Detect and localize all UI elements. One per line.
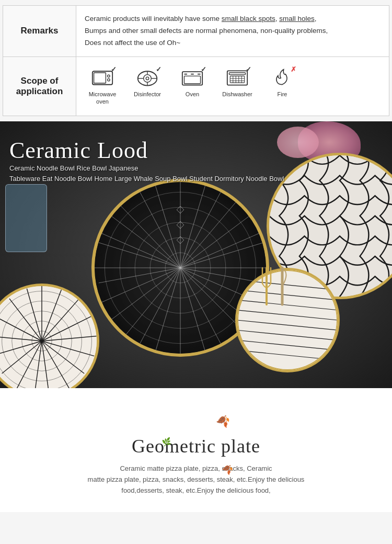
fire-label: Fire: [278, 90, 287, 98]
microwave-label: Microwaveoven: [89, 90, 117, 106]
remarks-line1: Ceramic products will inevitably have so…: [85, 15, 316, 22]
remarks-text: Ceramic products will inevitably have so…: [85, 13, 381, 49]
dishwasher-check: ✓: [246, 65, 251, 73]
svg-point-2: [108, 75, 110, 77]
microwave-icon-wrapper: ✓: [90, 67, 114, 88]
svg-rect-17: [229, 73, 245, 75]
svg-rect-18: [230, 76, 244, 83]
svg-rect-0: [93, 71, 112, 85]
hero-section: Ceramic Lood Ceramic Noodle Bowl Rice Bo…: [0, 121, 392, 388]
plate-bottom-left: [0, 284, 99, 388]
remarks-line3: Does not affect the use of Oh~: [85, 39, 180, 47]
fire-cross: ✗: [291, 65, 296, 73]
scope-label: Scope ofapplication: [3, 56, 76, 116]
glass-decoration: [5, 184, 47, 252]
hero-title: Ceramic Lood: [9, 137, 148, 164]
oven-check: ✓: [201, 65, 206, 73]
remarks-label: Remarks: [3, 6, 76, 57]
scope-disinfector: ✓ Disinfector: [130, 67, 165, 98]
scope-dishwasher: ✓ Dishwasher: [220, 67, 255, 98]
hero-background: Ceramic Lood Ceramic Noodle Bowl Rice Bo…: [0, 121, 392, 388]
scope-icons-row: ✓ Microwaveoven: [85, 64, 381, 109]
cutlery-icon: [256, 263, 298, 346]
disinfector-icon: [136, 69, 158, 87]
hero-subtitle1: Ceramic Noodle Bowl Rice Bowl Japanese: [9, 164, 138, 172]
remarks-content: Ceramic products will inevitably have so…: [76, 6, 389, 57]
svg-rect-1: [94, 73, 106, 83]
info-table: Remarks Ceramic products will inevitably…: [3, 5, 389, 116]
svg-rect-12: [184, 76, 200, 84]
disinfector-icon-wrapper: ✓: [135, 67, 159, 88]
bottom-section: 🍂 🌿 🍂 Geometric plate Ceramic matte pizz…: [0, 388, 392, 512]
deco-feather-red: 🍂: [215, 413, 232, 429]
fire-icon: [271, 69, 293, 87]
remarks-row: Remarks Ceramic products will inevitably…: [3, 6, 389, 57]
scope-oven: ✓ Oven: [175, 67, 210, 98]
microwave-check: ✓: [111, 65, 117, 73]
svg-point-6: [146, 77, 148, 80]
bottom-subtitle1: Ceramic matte pizza plate, pizza, snacks…: [120, 463, 272, 474]
fire-icon-wrapper: ✗: [270, 67, 294, 88]
disinfector-check: ✓: [156, 65, 162, 73]
svg-point-5: [144, 74, 152, 82]
flower-decoration-2: [277, 127, 319, 158]
disinfector-label: Disinfector: [134, 90, 161, 98]
bottom-subtitle2: matte pizza plate, pizza, snacks, desser…: [65, 474, 327, 496]
hero-subtitle2: Tableware Eat Noodle Bowl Home Large Wha…: [9, 175, 284, 183]
scope-fire: ✗ Fire: [264, 67, 300, 98]
svg-point-3: [108, 78, 110, 81]
dishwasher-label: Dishwasher: [222, 90, 252, 98]
dishwasher-icon-wrapper: ✓: [225, 67, 249, 88]
microwave-oven-icon: [91, 69, 113, 87]
scope-content: ✓ Microwaveoven: [76, 56, 389, 116]
oven-icon: [181, 69, 203, 87]
scope-microwave: ✓ Microwaveoven: [85, 67, 120, 106]
bottom-title: Geometric plate: [132, 435, 260, 457]
remarks-line2: Bumps and other small defects are normal…: [85, 27, 328, 35]
plate-bottom-left-pattern: [0, 286, 97, 388]
oven-label: Oven: [186, 90, 199, 98]
scope-row: Scope ofapplication ✓ Microwaveoven: [3, 56, 389, 116]
oven-icon-wrapper: ✓: [180, 67, 204, 88]
dishwasher-icon: [226, 69, 248, 87]
